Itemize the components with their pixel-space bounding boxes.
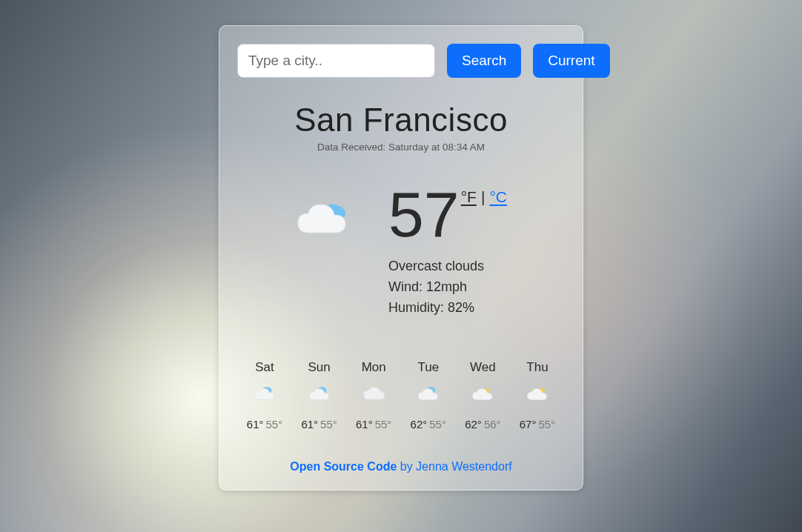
forecast-lo: 55° (538, 418, 555, 430)
current-weather: 57 °F | °C Overcast clouds Wind: 12mph H… (237, 182, 565, 319)
data-received-timestamp: Data Received: Saturday at 08:34 AM (237, 142, 565, 153)
cloud-overcast-icon (295, 199, 357, 243)
search-row: Search Current (237, 44, 565, 78)
unit-toggle: °F | °C (461, 188, 507, 206)
weather-card: Search Current San Francisco Data Receiv… (219, 25, 583, 491)
weather-wind: Wind: 12mph (388, 277, 507, 298)
forecast-day: Thu 67°55° (514, 360, 560, 430)
forecast-day-label: Thu (526, 360, 548, 375)
unit-separator: | (481, 188, 485, 206)
forecast-day-temps: 61°55° (356, 418, 391, 430)
weather-details: Overcast clouds Wind: 12mph Humidity: 82… (388, 256, 507, 319)
footer: Open Source Code by Jenna Westendorf (237, 460, 565, 473)
forecast-day: Sat 61°55° (242, 360, 288, 430)
cloud-overcast-icon (417, 384, 440, 405)
cloud-sun-icon (526, 384, 549, 405)
forecast-day-temps: 61°55° (247, 418, 282, 430)
forecast-hi: 61° (301, 418, 318, 430)
forecast-lo: 55° (375, 418, 392, 430)
forecast-hi: 62° (465, 418, 482, 430)
current-weather-icon (295, 199, 357, 246)
forecast-day-label: Mon (362, 360, 386, 375)
forecast-day-temps: 61°55° (301, 418, 337, 430)
unit-celsius[interactable]: °C (489, 188, 507, 206)
open-source-link[interactable]: Open Source Code (290, 460, 397, 473)
forecast-day: Sun 61°55° (296, 360, 342, 430)
forecast-day: Mon 61°55° (351, 360, 397, 430)
forecast-day: Tue 62°55° (405, 360, 451, 430)
cloud-icon (362, 384, 385, 405)
current-location-button[interactable]: Current (533, 44, 609, 78)
forecast-day-temps: 67°55° (520, 418, 555, 430)
cloud-sun-icon (471, 384, 494, 405)
forecast-lo: 55° (320, 418, 337, 430)
forecast-hi: 61° (356, 418, 373, 430)
temperature-block: 57 °F | °C Overcast clouds Wind: 12mph H… (388, 182, 507, 319)
forecast-hi: 61° (247, 418, 264, 430)
forecast-day-label: Tue (417, 360, 439, 375)
forecast-lo: 55° (429, 418, 446, 430)
forecast-day-temps: 62°56° (465, 418, 500, 430)
unit-fahrenheit[interactable]: °F (461, 188, 477, 206)
city-name: San Francisco (237, 102, 565, 139)
weather-humidity: Humidity: 82% (388, 298, 507, 319)
forecast-hi: 62° (411, 418, 428, 430)
temperature-value: 57 (388, 182, 460, 246)
forecast-lo: 56° (484, 418, 501, 430)
forecast-lo: 55° (266, 418, 283, 430)
forecast-day-label: Sat (255, 360, 274, 375)
cloud-overcast-icon (308, 384, 331, 405)
search-button[interactable]: Search (447, 44, 521, 78)
forecast-hi: 67° (520, 418, 537, 430)
temperature-line: 57 °F | °C (388, 182, 507, 246)
forecast-row: Sat 61°55° Sun 61°55° Mon 61°55° Tue 62°… (237, 360, 565, 430)
forecast-day: Wed 62°56° (460, 360, 506, 430)
forecast-day-label: Wed (470, 360, 496, 375)
forecast-day-label: Sun (308, 360, 330, 375)
footer-byline: by Jenna Westendorf (397, 460, 511, 473)
cloud-overcast-icon (253, 384, 276, 405)
weather-description: Overcast clouds (388, 256, 507, 277)
forecast-day-temps: 62°55° (411, 418, 446, 430)
city-search-input[interactable] (237, 44, 435, 78)
